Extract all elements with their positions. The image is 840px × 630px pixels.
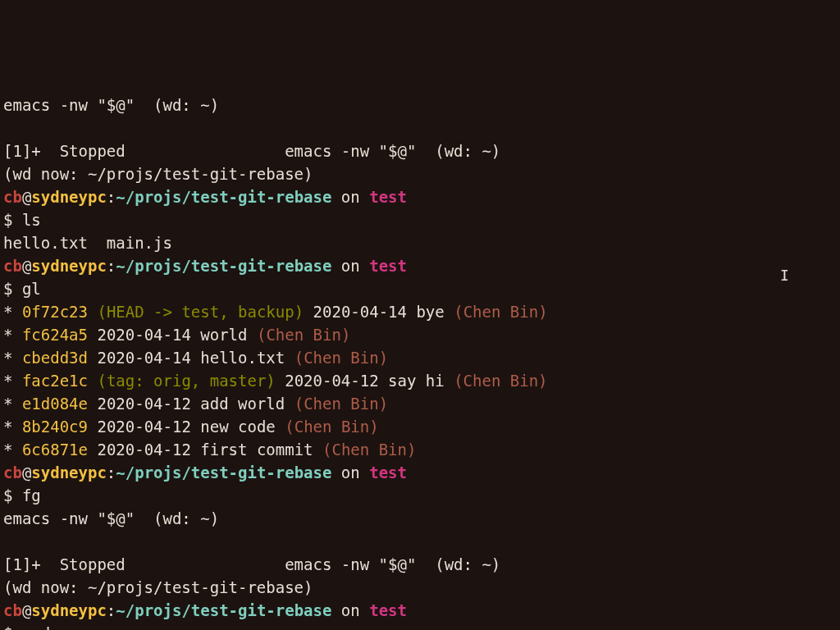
text-cursor-icon: I bbox=[780, 264, 789, 287]
prompt-line: cb@sydneypc:~/projs/test-git-rebase on t… bbox=[3, 463, 407, 482]
gitlog-line: * fac2e1c (tag: orig, master) 2020-04-12… bbox=[3, 372, 548, 390]
gitlog-line: * e1d084e 2020-04-12 add world (Chen Bin… bbox=[3, 395, 388, 413]
gitlog-star: * bbox=[3, 372, 12, 390]
gitlog-line: * 8b240c9 2020-04-12 new code (Chen Bin) bbox=[3, 418, 379, 436]
terminal-output[interactable]: emacs -nw "$@" (wd: ~) [1]+ Stopped emac… bbox=[3, 94, 837, 630]
prompt-line: cb@sydneypc:~/projs/test-git-rebase on t… bbox=[3, 257, 407, 275]
gitlog-date: 2020-04-12 bbox=[285, 372, 378, 390]
gitlog-line: * 6c6871e 2020-04-12 first commit (Chen … bbox=[3, 441, 416, 459]
prompt-at: @ bbox=[22, 463, 31, 482]
gitlog-author: (Chen Bin) bbox=[454, 372, 547, 390]
gitlog-hash: 0f72c23 bbox=[22, 303, 88, 321]
gitlog-refs: (tag: orig, master) bbox=[97, 372, 275, 390]
gitlog-star: * bbox=[3, 349, 12, 367]
gitlog-date: 2020-04-14 bbox=[97, 349, 190, 367]
cmd-line: $ fg bbox=[3, 486, 41, 504]
prompt-line: cb@sydneypc:~/projs/test-git-rebase on t… bbox=[3, 601, 407, 619]
prompt-colon: : bbox=[107, 188, 116, 206]
prompt-user: cb bbox=[3, 601, 22, 619]
prompt-branch: test bbox=[369, 463, 407, 482]
ls-output: hello.txt main.js bbox=[3, 234, 172, 252]
prompt-line: cb@sydneypc:~/projs/test-git-rebase on t… bbox=[3, 188, 407, 206]
prompt-host: sydneypc bbox=[31, 463, 107, 482]
gitlog-star: * bbox=[3, 326, 12, 344]
prompt-branch: test bbox=[369, 257, 407, 275]
wd-now-line: (wd now: ~/projs/test-git-rebase) bbox=[3, 578, 313, 596]
gitlog-line: * 0f72c23 (HEAD -> test, backup) 2020-04… bbox=[3, 303, 548, 321]
gitlog-hash: 8b240c9 bbox=[22, 418, 88, 436]
prompt-on: on bbox=[331, 188, 369, 206]
prompt-on: on bbox=[331, 257, 369, 275]
prompt-host: sydneypc bbox=[31, 601, 107, 619]
prompt-on: on bbox=[331, 463, 369, 482]
gitlog-author: (Chen Bin) bbox=[454, 303, 547, 321]
gitlog-date: 2020-04-14 bbox=[313, 303, 407, 321]
prompt-user: cb bbox=[3, 188, 22, 206]
emacs-wd-line: emacs -nw "$@" (wd: ~) bbox=[3, 96, 219, 114]
prompt-path: ~/projs/test-git-rebase bbox=[116, 463, 331, 482]
ps1: $ bbox=[3, 486, 22, 504]
ps1: $ bbox=[3, 280, 22, 298]
gitlog-msg: bye bbox=[416, 303, 444, 321]
cmd-gl: gl bbox=[22, 280, 41, 298]
gitlog-date: 2020-04-14 bbox=[97, 326, 190, 344]
gitlog-msg: first commit bbox=[200, 441, 313, 459]
gitlog-hash: cbedd3d bbox=[22, 349, 88, 367]
gitlog-author: (Chen Bin) bbox=[285, 418, 378, 436]
gitlog-msg: world bbox=[200, 326, 247, 344]
gitlog-line: * fc624a5 2020-04-14 world (Chen Bin) bbox=[3, 326, 350, 344]
prompt-path: ~/projs/test-git-rebase bbox=[116, 601, 331, 619]
gitlog-hash: fc624a5 bbox=[22, 326, 88, 344]
prompt-colon: : bbox=[107, 257, 116, 275]
gitlog-msg: add world bbox=[200, 395, 285, 413]
cmd-line: $ gl bbox=[3, 280, 41, 298]
prompt-branch: test bbox=[369, 188, 407, 206]
gitlog-refs: (HEAD -> test, backup) bbox=[97, 303, 304, 321]
cmd-line: $ pwd bbox=[3, 624, 50, 630]
cmd-pwd: pwd bbox=[22, 624, 50, 630]
cmd-ls: ls bbox=[22, 211, 41, 229]
ps1: $ bbox=[3, 624, 22, 630]
gitlog-hash: fac2e1c bbox=[22, 372, 88, 390]
cmd-line: $ ls bbox=[3, 211, 41, 229]
prompt-host: sydneypc bbox=[31, 257, 107, 275]
prompt-user: cb bbox=[3, 257, 22, 275]
gitlog-author: (Chen Bin) bbox=[322, 441, 416, 459]
gitlog-author: (Chen Bin) bbox=[294, 349, 388, 367]
stopped-line: [1]+ Stopped emacs -nw "$@" (wd: ~) bbox=[3, 142, 500, 160]
gitlog-msg: new code bbox=[200, 418, 276, 436]
prompt-host: sydneypc bbox=[31, 188, 107, 206]
stopped-line: [1]+ Stopped emacs -nw "$@" (wd: ~) bbox=[3, 555, 500, 573]
gitlog-hash: 6c6871e bbox=[22, 441, 88, 459]
gitlog-date: 2020-04-12 bbox=[97, 395, 190, 413]
prompt-path: ~/projs/test-git-rebase bbox=[116, 257, 331, 275]
prompt-colon: : bbox=[107, 463, 116, 482]
gitlog-author: (Chen Bin) bbox=[257, 326, 350, 344]
ps1: $ bbox=[3, 211, 22, 229]
prompt-user: cb bbox=[3, 463, 22, 482]
wd-now-line: (wd now: ~/projs/test-git-rebase) bbox=[3, 165, 313, 183]
gitlog-hash: e1d084e bbox=[22, 395, 88, 413]
emacs-wd-line: emacs -nw "$@" (wd: ~) bbox=[3, 509, 219, 527]
prompt-at: @ bbox=[22, 188, 31, 206]
gitlog-date: 2020-04-12 bbox=[97, 441, 190, 459]
prompt-colon: : bbox=[107, 601, 116, 619]
prompt-at: @ bbox=[22, 601, 31, 619]
gitlog-msg: hello.txt bbox=[200, 349, 285, 367]
gitlog-line: * cbedd3d 2020-04-14 hello.txt (Chen Bin… bbox=[3, 349, 388, 367]
cmd-fg: fg bbox=[22, 486, 41, 504]
gitlog-date: 2020-04-12 bbox=[97, 418, 190, 436]
prompt-path: ~/projs/test-git-rebase bbox=[116, 188, 331, 206]
gitlog-star: * bbox=[3, 303, 12, 321]
prompt-on: on bbox=[331, 601, 369, 619]
prompt-at: @ bbox=[22, 257, 31, 275]
gitlog-star: * bbox=[3, 418, 12, 436]
gitlog-author: (Chen Bin) bbox=[294, 395, 388, 413]
prompt-branch: test bbox=[369, 601, 407, 619]
gitlog-star: * bbox=[3, 441, 12, 459]
gitlog-star: * bbox=[3, 395, 12, 413]
gitlog-msg: say hi bbox=[388, 372, 445, 390]
